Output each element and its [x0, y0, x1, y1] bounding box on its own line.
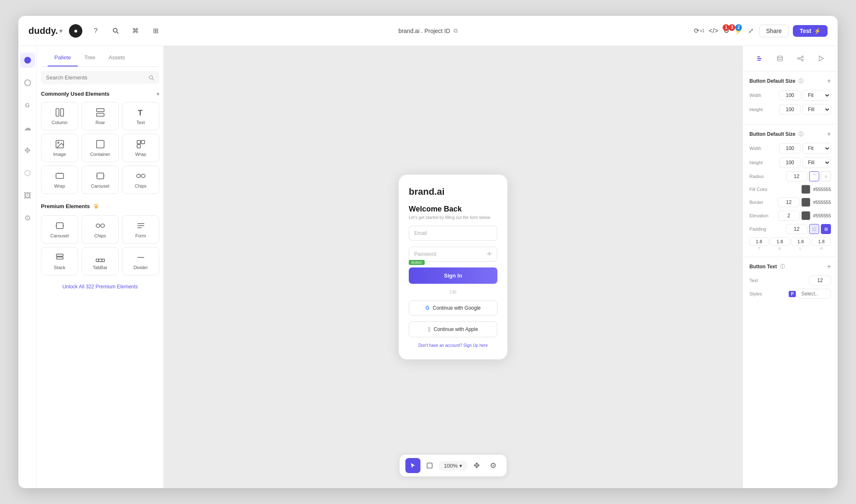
settings-icon[interactable]: ⚙ 1 3 — [723, 23, 731, 38]
element-column[interactable]: Column — [41, 102, 78, 130]
rs-play-icon[interactable] — [813, 51, 828, 66]
element-text[interactable]: T Text — [122, 102, 159, 130]
sidebar-nodes-icon[interactable]: ⬡ — [20, 165, 35, 181]
signup-link[interactable]: Sign Up here — [464, 343, 488, 348]
rs-border-swatch[interactable] — [801, 198, 810, 207]
test-button[interactable]: Test ⚡ — [793, 25, 828, 37]
rs-padding-b-input[interactable] — [770, 237, 790, 246]
rs-radius-circle-btn[interactable]: ○ — [821, 171, 831, 181]
footer-text: Don't have an account? — [418, 343, 462, 348]
tab-pallete[interactable]: Pallete — [48, 49, 78, 66]
sidebar-gear-icon[interactable]: ⚙ — [20, 211, 35, 226]
search-input[interactable] — [46, 74, 145, 81]
copy-icon[interactable]: ⧉ — [453, 27, 458, 34]
rs-padding-value[interactable] — [786, 224, 808, 234]
commonly-used-grid: Column Row T — [41, 102, 159, 194]
rs-height-value-2[interactable] — [779, 158, 801, 168]
zoom-control[interactable]: 100% ▾ — [439, 461, 467, 471]
premium-tabbar[interactable]: TabBar — [82, 247, 119, 275]
element-container[interactable]: Container — [82, 134, 119, 162]
rs-s1-add-icon[interactable]: + — [827, 77, 831, 85]
sidebar-google-icon[interactable]: G — [20, 98, 35, 113]
record-icon[interactable]: ● — [69, 24, 82, 38]
element-row[interactable]: Row — [82, 102, 119, 130]
rs-fill-swatch[interactable] — [801, 185, 810, 194]
rs-width-dropdown-2[interactable]: FitFillFixed — [802, 143, 831, 154]
rs-styles-input[interactable] — [797, 289, 831, 299]
rs-width-value-2[interactable] — [779, 143, 801, 153]
rs-radius-rounded-btn[interactable]: ⌒ — [809, 171, 819, 181]
rs-padding-btns: □ ⊞ — [809, 224, 831, 234]
apple-signin-button[interactable]:  Continue with Apple — [409, 321, 497, 337]
rs-bt-title-text: Button Text — [749, 264, 777, 270]
rs-text-value[interactable] — [809, 275, 831, 285]
element-image[interactable]: Image — [41, 134, 78, 162]
rs-width-value-1[interactable] — [779, 90, 801, 100]
rs-radius-value[interactable] — [786, 171, 808, 181]
lightning-icon[interactable]: ⚡ 2 — [734, 23, 743, 38]
lightning-badge: 2 — [735, 24, 742, 31]
rs-properties-icon[interactable] — [752, 51, 767, 66]
command-icon[interactable]: ⌘ — [129, 24, 143, 38]
frame-tool-button[interactable] — [422, 458, 437, 473]
rs-connect-icon[interactable] — [793, 51, 808, 66]
premium-divider[interactable]: Divider — [122, 247, 159, 275]
rs-padding-l-input[interactable] — [791, 237, 810, 246]
premium-chips[interactable]: Chips — [82, 215, 119, 244]
svg-point-3 — [25, 80, 31, 86]
rs-section-size-1: Button Default Size ⓘ + Width FitFillFix… — [743, 71, 838, 125]
element-wrap-1[interactable]: Wrap — [122, 134, 159, 162]
rs-bt-add-icon[interactable]: + — [827, 263, 831, 270]
commonly-used-caret-icon[interactable]: ▾ — [157, 91, 159, 97]
element-chips[interactable]: Chips — [122, 165, 159, 194]
rs-padding-uniform-btn[interactable]: □ — [809, 224, 819, 234]
code-icon[interactable]: </> — [709, 23, 718, 38]
rs-database-icon[interactable] — [772, 51, 787, 66]
unlock-link[interactable]: Unlock All 322 Premium Elements — [41, 284, 159, 290]
grid-tool-button[interactable]: ✥ — [469, 458, 484, 473]
rs-height-dropdown-2[interactable]: FillFitFixed — [802, 157, 831, 168]
search-icon[interactable] — [109, 24, 122, 38]
rs-padding-t-input[interactable] — [749, 237, 769, 246]
app-window: duddy. ▾ ● ? ⌘ ⊞ brand.ai . Project ID ⧉… — [18, 16, 838, 488]
sidebar-cloud-icon[interactable]: ☁ — [20, 120, 35, 135]
sidebar-move-icon[interactable]: ✥ — [20, 143, 35, 158]
share-ext-icon[interactable]: ⤢ — [747, 23, 755, 38]
element-carousel[interactable]: Carousel — [82, 165, 119, 194]
help-icon[interactable]: ? — [89, 24, 102, 38]
rs-elevation-value[interactable] — [778, 211, 800, 221]
layers-icon[interactable]: ⊞ — [149, 24, 162, 38]
logo[interactable]: duddy. ▾ — [28, 25, 62, 36]
phone-password-input[interactable]: Password — [409, 247, 497, 262]
share-button[interactable]: Share — [759, 25, 789, 37]
history-icon[interactable]: ⟳ v1 — [694, 23, 705, 38]
signin-button[interactable]: Sign In — [409, 267, 497, 284]
sidebar-image-icon[interactable]: 🖼 — [20, 188, 35, 203]
premium-stack[interactable]: Stack — [41, 247, 78, 275]
settings-tool-button[interactable]: ⚙ — [486, 458, 501, 473]
element-wrap-2[interactable]: Wrap — [41, 165, 78, 194]
rs-padding-individual-btn[interactable]: ⊞ — [821, 224, 831, 234]
tab-assets[interactable]: Assets — [102, 49, 132, 66]
phone-email-input[interactable]: Email — [409, 226, 497, 241]
premium-carousel-icon — [55, 221, 65, 231]
rs-elevation-swatch[interactable] — [801, 211, 810, 220]
canvas-area[interactable]: brand.ai Welcome Back Let's get started … — [164, 46, 742, 488]
tab-tree[interactable]: Tree — [78, 49, 102, 66]
rs-padding-r-input[interactable] — [812, 237, 831, 246]
rs-s2-add-icon[interactable]: + — [827, 130, 831, 138]
rs-padding-r: R — [812, 237, 831, 251]
rs-height-dropdown-1[interactable]: FillFitFixed — [802, 104, 831, 115]
rs-height-inputs-2: FillFitFixed — [779, 157, 831, 168]
premium-carousel[interactable]: Carousel — [41, 215, 78, 244]
sidebar-circle-icon[interactable] — [20, 75, 35, 90]
rs-width-dropdown-1[interactable]: FitFillFixed — [802, 90, 831, 101]
google-signin-button[interactable]: G Continue with Google — [409, 300, 497, 316]
phone-welcome-section: Welcome Back Let's get started by fillin… — [409, 205, 497, 220]
svg-marker-44 — [819, 56, 823, 61]
rs-border-value[interactable] — [778, 197, 800, 207]
cursor-tool-button[interactable] — [405, 458, 420, 473]
rs-height-value-1[interactable] — [779, 104, 801, 115]
premium-form[interactable]: Form — [122, 215, 159, 244]
sidebar-palette-icon[interactable] — [20, 53, 35, 68]
